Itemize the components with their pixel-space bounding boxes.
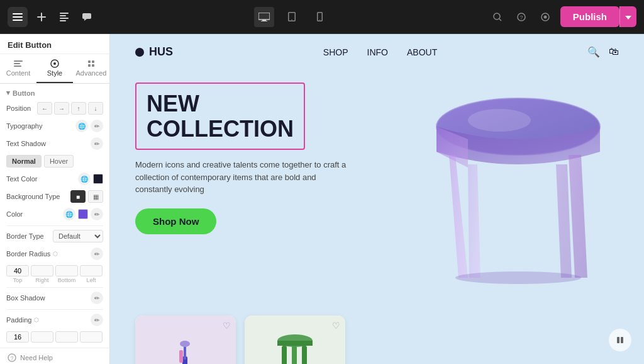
hover-state-button[interactable]: Hover (44, 155, 74, 168)
color-globe-icon[interactable]: 🌐 (63, 208, 75, 220)
svg-point-18 (494, 13, 500, 20)
text-color-swatch[interactable] (93, 174, 103, 184)
color-edit-icon[interactable]: ✏ (91, 208, 103, 220)
search-button[interactable] (489, 8, 506, 26)
padding-input[interactable] (6, 331, 29, 343)
menu-button[interactable] (8, 7, 28, 27)
border-type-select[interactable]: Default None Solid Dashed (53, 230, 103, 242)
border-radius-label: Border Radius ⬡ (6, 250, 58, 258)
chair-3d-image (418, 64, 619, 303)
svg-rect-12 (262, 20, 266, 21)
hero-image (405, 76, 619, 303)
text-shadow-edit-icon[interactable]: ✏ (91, 137, 103, 150)
position-controls: ← → ↑ ↓ (37, 102, 103, 115)
tab-style[interactable]: Style (36, 54, 73, 83)
sidebar-title: Edit Button (0, 34, 109, 54)
padding-right-input[interactable] (55, 331, 78, 343)
divider-3 (6, 309, 103, 310)
bg-type-gradient-button[interactable]: ▦ (88, 190, 103, 203)
hero-description: Modern icons and creative talents come t… (135, 159, 349, 196)
svg-line-19 (499, 19, 501, 21)
button-section: ▾ Button Position ← → ↑ ↓ Typography (0, 84, 109, 348)
tablet-mode-button[interactable] (282, 7, 302, 27)
hero-title-box: NEW COLLECTION (135, 82, 305, 150)
svg-point-23 (543, 15, 547, 18)
typography-edit-icon[interactable]: ✏ (91, 120, 103, 132)
section-toggle[interactable]: ▾ Button (6, 89, 103, 97)
hero-content: NEW COLLECTION Modern icons and creative… (135, 76, 405, 234)
align-left-button[interactable]: ← (37, 102, 52, 115)
nav-info[interactable]: INFO (367, 47, 388, 57)
mobile-mode-button[interactable] (309, 7, 330, 27)
add-element-button[interactable] (33, 8, 50, 26)
help-button[interactable]: ? (513, 8, 530, 26)
navigator-button[interactable] (55, 8, 73, 26)
svg-text:?: ? (10, 355, 13, 361)
tab-style-label: Style (47, 69, 62, 77)
padding-inputs (6, 331, 103, 343)
tab-content[interactable]: Content (0, 54, 36, 83)
align-right-button[interactable]: ↑ (71, 102, 86, 115)
typography-row: Typography 🌐 ✏ (6, 120, 103, 132)
text-shadow-label: Text Shadow (6, 140, 46, 147)
nav-search-icon[interactable]: 🔍 (587, 46, 600, 58)
svg-rect-1 (13, 16, 23, 18)
border-radius-top-input[interactable] (31, 265, 53, 276)
desktop-mode-button[interactable] (254, 7, 274, 27)
nav-about[interactable]: ABOUT (407, 47, 437, 57)
svg-rect-13 (261, 21, 267, 21)
border-radius-bottom-input[interactable] (80, 265, 103, 276)
lamp-image (167, 325, 204, 364)
shop-now-button[interactable]: Shop Now (135, 208, 216, 234)
align-center-button[interactable]: → (54, 102, 69, 115)
border-radius-inputs (6, 265, 103, 276)
box-shadow-edit-icon[interactable]: ✏ (91, 292, 103, 304)
svg-rect-47 (282, 346, 287, 364)
product-cards: ♡ Table Lamp $200 → (110, 316, 644, 364)
publish-dropdown-button[interactable] (619, 6, 636, 27)
svg-rect-32 (88, 64, 91, 67)
svg-rect-2 (13, 20, 23, 21)
product-card-lamp: ♡ Table Lamp $200 → (135, 316, 236, 364)
comments-button[interactable] (78, 8, 96, 26)
svg-rect-6 (60, 15, 66, 16)
sidebar-footer: ? Need Help (0, 348, 109, 364)
sidebar: Edit Button Content Style (0, 34, 110, 364)
text-shadow-row: Text Shadow ✏ (6, 137, 103, 150)
color-swatch[interactable] (78, 209, 88, 219)
padding-link-icon: ⬡ (34, 317, 39, 323)
padding-edit-icon[interactable]: ✏ (91, 314, 103, 326)
hero-title: NEW COLLECTION (147, 91, 294, 141)
typography-globe-icon[interactable]: 🌐 (75, 120, 88, 132)
preview-button[interactable] (536, 8, 554, 26)
bench-image (273, 325, 317, 364)
align-justify-button[interactable]: ↓ (88, 102, 103, 115)
publish-button[interactable]: Publish (560, 6, 619, 27)
border-radius-edit-icon[interactable]: ✏ (91, 247, 103, 260)
corner-labels: Top Right Bottom Left (6, 277, 103, 283)
pause-button[interactable] (609, 329, 631, 351)
border-radius-input[interactable] (6, 265, 29, 276)
tab-advanced[interactable]: Advanced (73, 54, 109, 83)
hero-section: NEW COLLECTION Modern icons and creative… (110, 70, 644, 316)
border-type-row: Border Type Default None Solid Dashed (6, 230, 103, 242)
right-label: Right (31, 277, 53, 283)
nav-shop[interactable]: SHOP (323, 47, 348, 57)
normal-state-button[interactable]: Normal (6, 155, 42, 168)
top-label: Top (6, 277, 29, 283)
border-radius-right-input[interactable] (55, 265, 78, 276)
publish-label: Publish (573, 11, 607, 22)
nav-cart-icon[interactable]: 🛍 (609, 46, 619, 58)
wishlist-lamp-icon[interactable]: ♡ (223, 321, 231, 331)
wishlist-bench-icon[interactable]: ♡ (332, 321, 340, 331)
bg-type-solid-button[interactable]: ■ (70, 190, 86, 203)
typography-label: Typography (6, 122, 42, 130)
hero-title-line2: COLLECTION (147, 116, 294, 142)
device-switcher (254, 7, 330, 27)
text-color-globe-icon[interactable]: 🌐 (78, 173, 91, 185)
svg-rect-5 (60, 13, 69, 14)
padding-top-input[interactable] (31, 331, 53, 343)
padding-bottom-input[interactable] (80, 331, 103, 343)
color-label: Color (6, 210, 23, 218)
svg-rect-46 (277, 341, 313, 346)
